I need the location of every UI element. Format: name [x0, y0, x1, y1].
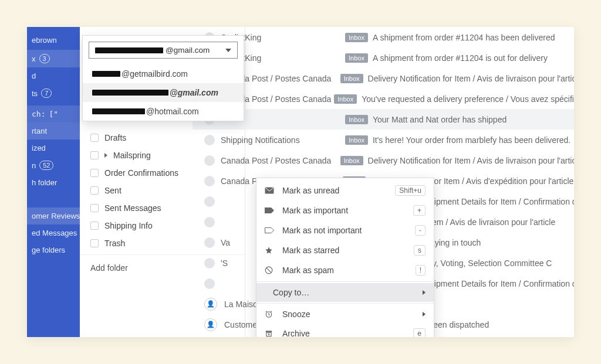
nav-important[interactable]: rtant — [27, 123, 80, 140]
subject: It's here! Your order from marblefy has … — [373, 135, 570, 145]
star-icon — [265, 246, 275, 254]
nav-manage-folders[interactable]: ge folders — [27, 241, 80, 258]
mail-row[interactable]: InboxYour Matt and Nat order has shipped — [193, 109, 574, 130]
nav-n[interactable]: n52 — [27, 157, 80, 174]
subject: Your Matt and Nat order has shipped — [373, 115, 507, 124]
account-option[interactable]: @getmailbird.com — [83, 64, 244, 83]
nav-reviews[interactable]: omer Reviews and Feedback — [27, 207, 80, 224]
mail-row[interactable]: Canada Post / Postes CanadaInboxYou've r… — [193, 89, 574, 109]
clock-icon — [265, 310, 275, 318]
sender: Canada Post / Postes Canada — [221, 156, 340, 165]
sender: Shipping Notifications — [221, 135, 345, 145]
avatar — [204, 278, 215, 289]
avatar: 👤 — [204, 298, 217, 311]
nav-search[interactable]: ch:[" — [27, 106, 80, 123]
snooze[interactable]: Snooze — [256, 305, 434, 324]
account-selected[interactable]: @gmail.com — [89, 42, 238, 59]
nav-rail: ebrown x3 d ts7 ch:[" rtant ized n52 h f… — [27, 27, 80, 337]
separator — [256, 281, 434, 282]
chevron-right-icon — [423, 312, 426, 317]
chevron-down-icon — [225, 49, 231, 52]
mark-spam[interactable]: Mark as spam! — [256, 260, 434, 280]
subject: A shipment from order #11204 has been de… — [373, 33, 555, 42]
ban-icon — [265, 266, 275, 274]
envelope-icon — [265, 187, 275, 194]
label-icon — [265, 207, 275, 213]
mail-row[interactable]: CyclistKingInboxA shipment from order #1… — [193, 27, 574, 47]
separator — [256, 303, 434, 304]
chevron-right-icon — [423, 290, 426, 295]
redacted-text — [95, 47, 163, 53]
email-client-window: ebrown x3 d ts7 ch:[" rtant ized n52 h f… — [27, 27, 574, 337]
account-option[interactable]: @hotmail.com — [83, 102, 244, 121]
redacted-text — [92, 108, 145, 114]
mark-not-important[interactable]: Mark as not important- — [256, 220, 434, 240]
account-dropdown: @gmail.com @getmailbird.com @gmail.com @… — [82, 35, 244, 121]
subject: A shipment from order #11204 is out for … — [373, 53, 548, 63]
avatar — [204, 258, 215, 268]
mail-row[interactable]: Canada Post / Postes CanadaInboxDelivery… — [193, 68, 574, 89]
nav-item[interactable]: d — [27, 67, 80, 84]
svg-line-2 — [266, 268, 271, 273]
context-menu: Mark as unreadShift+u Mark as important+… — [256, 178, 434, 337]
copy-to[interactable]: Copy to… — [256, 283, 434, 302]
mail-row[interactable]: Shipping NotificationsInboxIt's here! Yo… — [193, 130, 574, 150]
redacted-text — [92, 90, 168, 96]
archive-icon — [265, 329, 275, 337]
avatar — [204, 135, 215, 145]
inbox-tag: Inbox — [345, 53, 368, 63]
mail-row[interactable]: CyclistKingInboxA shipment from order #1… — [193, 47, 574, 68]
avatar: 👤 — [204, 318, 217, 331]
mark-unread[interactable]: Mark as unreadShift+u — [256, 181, 434, 200]
subject: You've requested a delivery preference /… — [362, 94, 574, 104]
avatar — [204, 176, 215, 186]
inbox-tag: Inbox — [345, 115, 368, 124]
subject: Delivery Notification for Item / Avis de… — [368, 156, 574, 165]
chevron-right-icon — [104, 153, 107, 158]
mark-starred[interactable]: Mark as starreds — [256, 240, 434, 260]
inbox-tag: Inbox — [340, 74, 363, 83]
archive[interactable]: Archivee — [256, 324, 434, 337]
nav-inbox[interactable]: x3 — [27, 50, 80, 67]
avatar — [204, 196, 215, 207]
nav-categorized[interactable]: ized — [27, 140, 80, 157]
nav-search-folder[interactable]: h folder — [27, 174, 80, 191]
avatar — [204, 237, 215, 248]
avatar — [204, 217, 215, 227]
nav-messages[interactable]: ed Messages — [27, 224, 80, 241]
avatar — [204, 155, 215, 166]
inbox-tag: Inbox — [345, 135, 368, 145]
svg-rect-4 — [266, 331, 272, 332]
nav-drafts[interactable]: ts7 — [27, 84, 80, 102]
mail-row[interactable]: Canada Post / Postes CanadaInboxDelivery… — [193, 150, 574, 171]
account-option-current[interactable]: @gmail.com — [83, 83, 244, 102]
redacted-text — [92, 71, 120, 77]
label-outline-icon — [265, 227, 275, 233]
inbox-tag: Inbox — [345, 33, 368, 42]
nav-account[interactable]: ebrown — [27, 32, 80, 49]
inbox-tag: Inbox — [334, 94, 357, 104]
inbox-tag: Inbox — [340, 156, 363, 165]
mark-important[interactable]: Mark as important+ — [256, 200, 434, 220]
subject: Delivery Notification for Item / Avis de… — [368, 74, 574, 83]
